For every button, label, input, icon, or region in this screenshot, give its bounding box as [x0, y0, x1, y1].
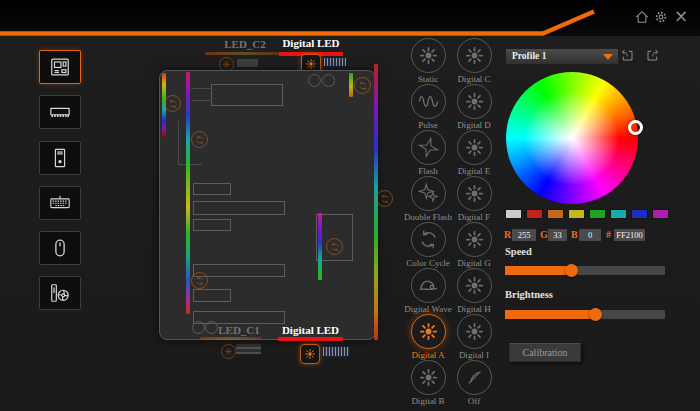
digital-led-bottom-header-label: Digital LED [278, 324, 343, 336]
digital-led-bottom-connector-badge[interactable] [300, 344, 320, 364]
mode-digital-a[interactable]: Digital A [405, 314, 451, 360]
mode-off[interactable]: Off [451, 360, 497, 406]
fan-header-circle [322, 74, 335, 87]
red-value-field[interactable]: 255 [512, 229, 536, 241]
keyboard-icon [49, 192, 71, 214]
green-label: G [540, 229, 548, 241]
fan-header-circle [308, 74, 321, 87]
board-trace [178, 164, 202, 165]
rgb-strip-top-right [349, 73, 353, 97]
sun-icon [457, 314, 492, 349]
color-wheel-marker[interactable] [628, 120, 643, 135]
mode-double-flash[interactable]: Double Flash [405, 176, 451, 222]
off-slash-icon [457, 360, 492, 395]
board-trace [191, 100, 212, 101]
cpu-socket-outline [211, 84, 283, 106]
color-wheel[interactable] [506, 72, 638, 204]
swatch-teal[interactable] [610, 209, 627, 219]
pcie-slot-outline [193, 183, 231, 195]
led-zone-badge[interactable] [326, 238, 343, 255]
home-icon[interactable] [634, 9, 650, 25]
digital-led-bottom-underline [278, 337, 343, 341]
sun-icon [457, 38, 492, 73]
mode-digital-b[interactable]: Digital B [405, 360, 451, 406]
red-label: R [504, 229, 511, 241]
mode-digital-c[interactable]: Digital C [451, 38, 497, 84]
swatch-red[interactable] [526, 209, 543, 219]
swatch-green[interactable] [589, 209, 606, 219]
mode-digital-f[interactable]: Digital F [451, 176, 497, 222]
gear-icon[interactable] [653, 9, 669, 25]
led-c2-header-label: LED_C2 [205, 38, 285, 50]
led-c1-connector-tag [236, 344, 261, 354]
led-zone-badge[interactable] [164, 95, 181, 112]
sun-icon [457, 176, 492, 211]
led-zone-badge[interactable] [191, 272, 208, 289]
close-icon[interactable]: × [673, 9, 689, 25]
sun-icon [411, 360, 446, 395]
rgb-fusion-window: × LED_C2 Digital LED [0, 0, 700, 411]
swatch-orange[interactable] [547, 209, 564, 219]
led-zone-badge[interactable] [354, 77, 371, 94]
blue-value-field[interactable]: 0 [579, 229, 601, 241]
board-trace [191, 88, 212, 89]
double-flash-star-icon [411, 176, 446, 211]
mode-digital-i[interactable]: Digital I [451, 314, 497, 360]
sidebar-item-mouse[interactable] [39, 231, 81, 265]
hex-value-field[interactable]: FF2100 [614, 229, 645, 241]
mode-digital-d[interactable]: Digital D [451, 84, 497, 130]
ocean-wave-icon [411, 268, 446, 303]
sidebar-item-pc-case[interactable] [39, 141, 81, 175]
digital-led-top-connector-tag [323, 57, 347, 67]
swatch-yellow[interactable] [568, 209, 585, 219]
title-bar: × [0, 0, 700, 36]
import-profile-icon[interactable] [619, 47, 635, 63]
mode-static[interactable]: Static [405, 38, 451, 84]
color-cycle-arrows-icon [411, 222, 446, 257]
calibration-button[interactable]: Calibration [509, 343, 581, 362]
led-c2-connector-tag [237, 59, 258, 67]
flash-star-icon [411, 130, 446, 165]
sun-icon [457, 268, 492, 303]
speed-slider[interactable] [505, 266, 665, 275]
mode-pulse[interactable]: Pulse [405, 84, 451, 130]
speed-slider-knob[interactable] [565, 264, 578, 277]
export-profile-icon[interactable] [645, 47, 661, 63]
brightness-slider[interactable] [505, 310, 665, 319]
sidebar-item-memory[interactable] [39, 95, 81, 129]
led-c1-connector-icon[interactable] [221, 344, 236, 359]
profile-dropdown[interactable]: Profile 1 [505, 48, 619, 65]
sun-icon [457, 84, 492, 119]
sidebar-item-peripherals[interactable] [39, 276, 81, 310]
sidebar-item-motherboard[interactable] [39, 50, 81, 84]
led-zone-badge[interactable] [376, 190, 393, 207]
green-value-field[interactable]: 33 [548, 229, 567, 241]
swatch-magenta[interactable] [652, 209, 669, 219]
brightness-slider-knob[interactable] [589, 308, 602, 321]
rgb-strip-chipset [318, 213, 322, 280]
mode-digital-g[interactable]: Digital G [451, 222, 497, 268]
ram-icon [49, 101, 71, 123]
pcie-slot-outline [193, 201, 285, 215]
brightness-label: Brightness [505, 289, 553, 300]
sun-icon [457, 130, 492, 165]
profile-dropdown-value: Profile 1 [512, 51, 546, 61]
mode-digital-e[interactable]: Digital E [451, 130, 497, 176]
mode-digital-wave[interactable]: Digital Wave [405, 268, 451, 314]
swatch-white[interactable] [505, 209, 522, 219]
led-c1-header-label: LED_C1 [200, 324, 278, 336]
sun-icon [457, 222, 492, 257]
led-c1-underline [200, 337, 262, 340]
pcie-slot-outline [193, 219, 231, 231]
sidebar-item-keyboard[interactable] [39, 186, 81, 220]
sun-icon [411, 314, 446, 349]
swatch-blue[interactable] [631, 209, 648, 219]
mode-digital-h[interactable]: Digital H [451, 268, 497, 314]
sun-icon [304, 348, 316, 360]
gpu-fan-icon [49, 282, 71, 304]
mode-color-cycle[interactable]: Color Cycle [405, 222, 451, 268]
led-zone-badge[interactable] [191, 131, 208, 148]
mode-flash[interactable]: Flash [405, 130, 451, 176]
sun-icon [411, 38, 446, 73]
digital-led-top-header-label: Digital LED [279, 37, 343, 49]
